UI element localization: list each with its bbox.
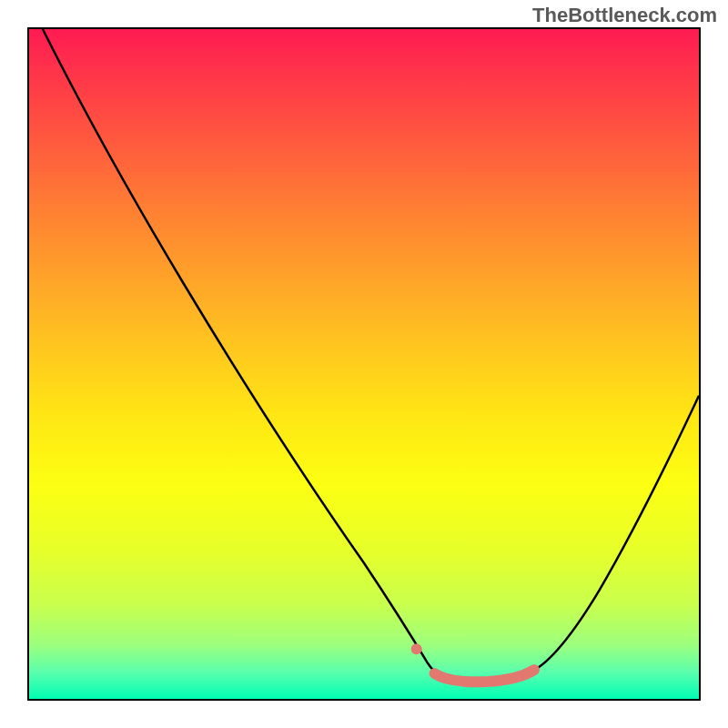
curve-layer bbox=[29, 29, 699, 699]
watermark-text: TheBottleneck.com bbox=[532, 4, 717, 27]
plot-area bbox=[27, 27, 701, 701]
highlight-dot-start bbox=[411, 643, 422, 654]
bottleneck-curve bbox=[43, 29, 699, 681]
highlight-segment bbox=[435, 670, 534, 682]
